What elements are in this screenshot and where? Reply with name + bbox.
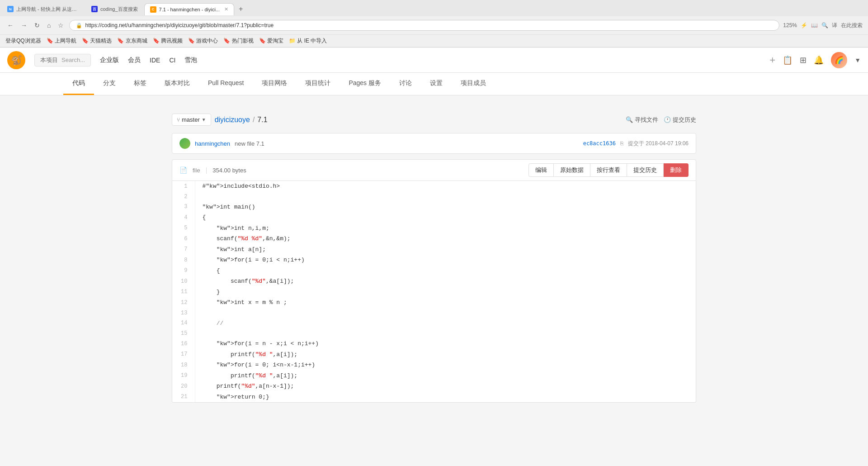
tab-discussion[interactable]: 讨论: [390, 73, 421, 95]
commit-history-label: 提交历史: [673, 116, 696, 124]
back-button[interactable]: ←: [5, 21, 15, 30]
app-header: 🐒 本项目 Search... 企业版 会员 IDE CI 雪泡 + 📋 ⊞ 🔔…: [0, 48, 868, 73]
code-table: 1 #"kw">include<stdio.h> 2 3 "kw">int ma…: [172, 181, 696, 402]
find-file-button[interactable]: 🔍 寻找文件: [626, 116, 658, 124]
line-code: {: [195, 212, 696, 223]
home-button[interactable]: ⌂: [45, 21, 52, 30]
tab-project-stats[interactable]: 项目统计: [296, 73, 340, 95]
bookmark-hot-movie[interactable]: 🔖 热门影视: [223, 37, 253, 45]
project-label: 本项目: [40, 56, 58, 64]
copy-hash-icon[interactable]: ⎘: [620, 140, 623, 147]
line-code: printf("%d ",a[i]);: [195, 349, 696, 360]
bookmark-jd[interactable]: 🔖 京东商城: [117, 37, 147, 45]
header-nav: 企业版 会员 IDE CI 雪泡: [100, 56, 197, 64]
line-number: 21: [172, 392, 195, 403]
line-code: "kw">int x = m % n ;: [195, 297, 696, 308]
committer-name[interactable]: hanmingchen: [195, 140, 230, 147]
line-code: "kw">for(i = 0;i < n;i++): [195, 255, 696, 266]
project-search[interactable]: 本项目 Search...: [34, 54, 91, 67]
tab-pull-request[interactable]: Pull Request: [199, 73, 253, 95]
commit-time: 提交于 2018-04-07 19:06: [628, 140, 689, 147]
tab-close-icon[interactable]: ✕: [224, 6, 228, 12]
table-row: 2: [172, 192, 696, 202]
table-row: 10 scanf("%d",&a[i]);: [172, 276, 696, 287]
bookmark-qq-browser[interactable]: 登录QQ浏览器: [5, 37, 41, 45]
address-bar[interactable]: 🔒 https://coding.net/u/hanmingchen/p/diy…: [69, 20, 779, 31]
nav-ci[interactable]: CI: [169, 57, 175, 64]
add-button[interactable]: +: [769, 54, 775, 66]
tab-coding[interactable]: C 7.1 - hanmingchen - diyici... ✕: [144, 3, 235, 15]
line-view-button[interactable]: 按行查看: [590, 163, 627, 177]
raw-data-button[interactable]: 原始数据: [554, 163, 590, 177]
notification-icon[interactable]: 🔔: [814, 55, 824, 65]
tab-add-button[interactable]: +: [235, 3, 246, 15]
breadcrumb-path: diyicizuoye / 7.1: [215, 116, 268, 124]
bookmark-game-center[interactable]: 🔖 游戏中心: [188, 37, 218, 45]
branch-name: master: [182, 116, 200, 123]
tab-settings[interactable]: 设置: [421, 73, 452, 95]
branch-selector[interactable]: ⑂ master ▼: [172, 114, 211, 126]
refresh-button[interactable]: ↻: [33, 21, 42, 30]
tab-branch[interactable]: 分支: [94, 73, 125, 95]
tab-version-compare[interactable]: 版本对比: [156, 73, 199, 95]
browser-tab-bar: N 上网导航 - 轻快上网 从这里开 百 coding_百度搜索 C 7.1 -…: [0, 0, 868, 16]
forward-button[interactable]: →: [19, 21, 29, 30]
line-number: 9: [172, 266, 195, 276]
browser-chrome: N 上网导航 - 轻快上网 从这里开 百 coding_百度搜索 C 7.1 -…: [0, 0, 868, 48]
tab-coding-label: 7.1 - hanmingchen - diyici...: [159, 7, 220, 12]
bookmark-taobao[interactable]: 🔖 爱淘宝: [259, 37, 283, 45]
table-row: 5 "kw">int n,i,m;: [172, 223, 696, 234]
tab-tags[interactable]: 标签: [125, 73, 156, 95]
bookmark-tencent-video[interactable]: 🔖 腾讯视频: [153, 37, 183, 45]
layout-icon[interactable]: ⊞: [800, 55, 807, 65]
tab-nav[interactable]: N 上网导航 - 轻快上网 从这里开: [2, 3, 85, 15]
line-code: scanf("%d %d",&n,&m);: [195, 233, 696, 244]
address-text: https://coding.net/u/hanmingchen/p/diyic…: [85, 22, 274, 29]
line-number: 11: [172, 287, 195, 298]
code-viewer: 1 #"kw">include<stdio.h> 2 3 "kw">int ma…: [172, 181, 696, 403]
tab-project-network[interactable]: 项目网络: [253, 73, 296, 95]
branch-dropdown-icon: ▼: [202, 117, 206, 122]
tab-baidu-label: coding_百度搜索: [100, 6, 138, 13]
line-number: 18: [172, 360, 195, 371]
nav-member[interactable]: 会员: [128, 56, 141, 64]
commit-hash[interactable]: ec8acc1636: [583, 140, 616, 147]
delete-button[interactable]: 删除: [664, 163, 689, 177]
line-code: printf("%d",a[n-x-1]);: [195, 381, 696, 392]
extension-icon[interactable]: ⚡: [801, 22, 807, 29]
nav-ide[interactable]: IDE: [150, 57, 160, 64]
commit-history-file-button[interactable]: 提交历史: [627, 163, 664, 177]
commit-history-button[interactable]: 🕐 提交历史: [664, 116, 696, 124]
branch-icon: ⑂: [177, 117, 180, 123]
line-number: 15: [172, 328, 195, 338]
nav-xuepao[interactable]: 雪泡: [184, 56, 197, 64]
table-row: 16 "kw">for(i = n - x;i < n;i++): [172, 338, 696, 349]
file-manager-icon[interactable]: 📋: [783, 55, 793, 65]
translate-icon[interactable]: 译: [832, 22, 837, 29]
avatar-dropdown-icon[interactable]: ▼: [854, 57, 861, 64]
user-avatar[interactable]: 🌈: [831, 52, 847, 68]
search-icon[interactable]: 🔍: [821, 22, 828, 29]
bookmark-tmall[interactable]: 🔖 天猫精选: [82, 37, 112, 45]
nav-enterprise[interactable]: 企业版: [100, 56, 119, 64]
reader-icon[interactable]: 📖: [811, 22, 818, 29]
edit-button[interactable]: 编辑: [528, 163, 554, 177]
line-code: "kw">for(i = n - x;i < n;i++): [195, 338, 696, 349]
header-right: + 📋 ⊞ 🔔 🌈 ▼: [769, 52, 861, 68]
tab-baidu[interactable]: 百 coding_百度搜索: [86, 3, 143, 15]
repo-tabs: 代码 分支 标签 版本对比 Pull Request 项目网络 项目统计 Pag…: [0, 73, 868, 95]
tab-code[interactable]: 代码: [63, 73, 94, 95]
bookmark-button[interactable]: ☆: [56, 21, 66, 30]
line-number: 2: [172, 192, 195, 202]
tab-pages[interactable]: Pages 服务: [340, 73, 390, 95]
breadcrumb-bar: ⑂ master ▼ diyicizuoye / 7.1 🔍 寻找文件 🕐 提交…: [172, 114, 696, 126]
line-code: "kw">int a[n];: [195, 244, 696, 255]
browser-tools: 125% ⚡ 📖 🔍 译 在此搜索: [783, 22, 863, 29]
bookmark-ie-import[interactable]: 📁 从 IE 中导入: [289, 37, 327, 45]
tab-members[interactable]: 项目成员: [452, 73, 495, 95]
bookmark-nav[interactable]: 🔖 上网导航: [47, 37, 76, 45]
breadcrumb-project-link[interactable]: diyicizuoye: [215, 116, 250, 124]
table-row: 11 }: [172, 287, 696, 298]
app-logo[interactable]: 🐒: [7, 51, 25, 69]
table-row: 1 #"kw">include<stdio.h>: [172, 181, 696, 192]
